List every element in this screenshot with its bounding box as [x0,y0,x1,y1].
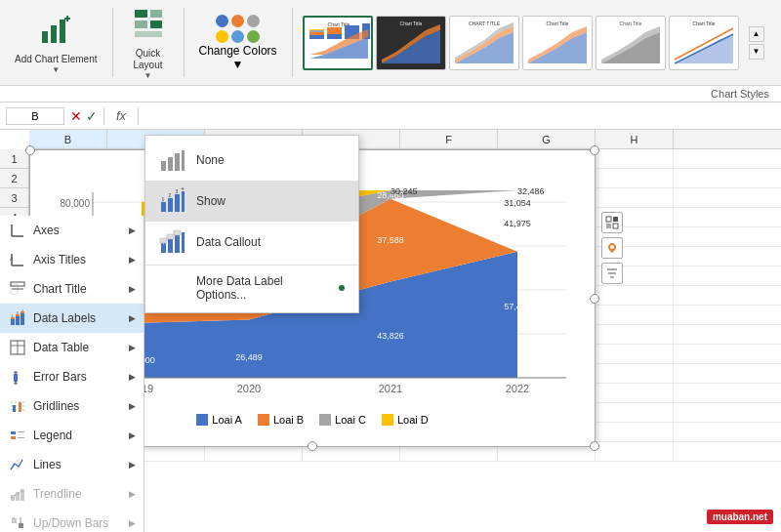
ribbon-divider-2 [184,8,185,77]
chart-sidebar-buttons [597,208,781,288]
col-header-b[interactable]: B [29,130,107,148]
svg-text:32,486: 32,486 [517,186,545,196]
chart-thumb-3[interactable]: CHART TITLE [449,16,519,70]
chart-thumb-4[interactable]: Chart Title [522,16,593,70]
data-labels-callout[interactable]: Data Callout [145,222,358,263]
col-header-g[interactable]: G [498,130,596,148]
menu-item-error-bars[interactable]: Error Bars ▶ [0,362,144,391]
data-labels-none[interactable]: None [145,140,358,181]
svg-text:CHART TITLE: CHART TITLE [469,20,501,26]
menu-item-gridlines[interactable]: Gridlines ▶ [0,391,144,421]
table-cell[interactable] [596,149,674,168]
chart-thumb-6[interactable]: Chart Title [669,16,739,70]
menu-item-updown-bars[interactable]: Up/Down Bars ▶ [0,509,144,532]
none-label: None [196,153,345,167]
table-cell[interactable] [596,325,674,344]
gridlines-label: Gridlines [33,399,123,413]
table-cell[interactable] [596,423,674,441]
svg-text:Chart Title: Chart Title [619,20,641,26]
trendline-arrow: ▶ [129,489,136,499]
change-colors-button[interactable]: Change Colors ▼ [190,4,286,81]
error-bars-label: Error Bars [33,370,123,384]
callout-label: Data Callout [196,235,345,249]
fx-icon: fx [110,108,132,123]
table-cell[interactable] [596,188,674,207]
legend-label-loai-b: Loai B [273,414,304,426]
menu-item-legend[interactable]: Legend ▶ [0,421,144,450]
chart-styles-bar: Chart Styles [0,86,781,102]
menu-item-trendline[interactable]: Trendline ▶ [0,479,144,509]
table-cell[interactable] [596,169,674,187]
menu-item-axis-titles[interactable]: A Axis Titles ▶ [0,245,144,274]
resize-handle-top-right[interactable] [590,145,599,155]
svg-rect-125 [161,202,166,212]
col-header-h[interactable]: H [596,130,674,148]
legend-label: Legend [33,429,123,442]
menu-item-data-table[interactable]: Data Table ▶ [0,333,144,362]
menu-divider [145,265,358,266]
name-box[interactable] [6,107,64,125]
none-icon [159,146,186,174]
svg-text:Chart Title: Chart Title [546,20,568,26]
confirm-button[interactable]: ✓ [86,108,98,124]
chart-thumb-5[interactable]: Chart Title [596,16,666,70]
resize-handle-top-left[interactable] [25,145,35,155]
svg-text:41,975: 41,975 [504,219,531,228]
table-cell[interactable] [596,442,674,461]
watermark: muaban.net [707,510,773,524]
add-chart-element-button[interactable]: Add Chart Element ▼ [6,4,106,81]
data-labels-more-options[interactable]: More Data Label Options... [145,267,358,308]
chart-style-sidebar-button[interactable] [601,237,623,259]
menu-item-chart-title[interactable]: Chart Title ▶ [0,274,144,304]
svg-rect-9 [135,31,162,37]
formula-divider [103,107,104,125]
data-labels-show[interactable]: 1 2 3 4 Show [145,181,358,222]
table-cell[interactable] [596,306,674,324]
updown-bars-arrow: ▶ [129,518,136,528]
legend-arrow: ▶ [129,430,136,440]
resize-handle-bottom[interactable] [308,441,317,451]
show-icon: 1 2 3 4 [159,187,186,215]
chart-styles-scroll-down[interactable]: ▼ [749,44,764,60]
formula-input[interactable] [144,107,775,125]
chart-styles-scroll-up[interactable]: ▲ [749,26,764,42]
formula-bar: ✕ ✓ fx [0,102,781,130]
legend-item-loai-d: Loai D [382,414,429,426]
legend-color-loai-b [258,414,269,426]
svg-rect-16 [327,27,342,34]
svg-rect-136 [182,232,185,253]
row-header-1[interactable]: 1 [0,149,28,169]
svg-text:A: A [10,256,14,262]
table-cell[interactable] [596,286,674,305]
menu-item-data-labels[interactable]: 1 2 3 Data Labels ▶ [0,304,144,333]
svg-rect-71 [11,436,16,439]
resize-handle-bottom-right[interactable] [590,441,599,451]
table-cell[interactable] [596,384,674,402]
chart-filter-button[interactable] [601,263,623,284]
row-header-2[interactable]: 2 [0,169,28,188]
svg-rect-129 [175,194,180,212]
lines-icon [8,455,27,474]
chart-thumb-2[interactable]: Chart Title Chart Title [376,16,446,70]
menu-item-lines[interactable]: Lines ▶ [0,450,144,479]
resize-handle-right[interactable] [590,294,599,304]
svg-rect-49 [16,316,20,325]
cancel-button[interactable]: ✕ [70,108,82,124]
col-header-f[interactable]: F [400,130,498,148]
svg-rect-0 [42,31,48,43]
table-cell[interactable] [596,403,674,422]
svg-text:26,489: 26,489 [235,352,263,362]
chart-layout-button[interactable] [601,212,623,233]
ribbon-divider-1 [112,8,113,77]
table-cell[interactable] [596,364,674,383]
svg-rect-137 [160,238,167,243]
menu-item-axes[interactable]: Axes ▶ [0,216,144,245]
show-label: Show [196,194,345,208]
quick-layout-icon [131,6,166,46]
quick-layout-button[interactable]: QuickLayout ▼ [119,4,178,81]
chart-thumb-1[interactable]: Chart Title [303,16,373,70]
row-header-3[interactable]: 3 [0,188,28,208]
svg-rect-14 [309,29,324,30]
table-cell[interactable] [596,345,674,363]
svg-rect-113 [606,217,611,222]
